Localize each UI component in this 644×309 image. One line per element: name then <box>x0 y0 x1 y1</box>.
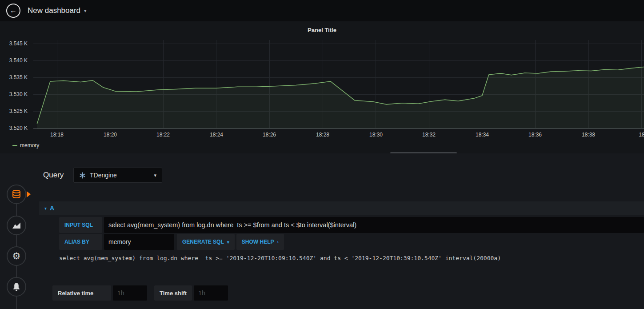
time-shift-label: Time shift <box>154 285 192 301</box>
x-tick-label: 18:36 <box>522 132 548 138</box>
relative-time-input[interactable] <box>113 285 147 301</box>
generate-sql-label: GENERATE SQL <box>182 239 224 245</box>
query-row-header[interactable]: ▾ A <box>39 201 644 215</box>
alias-by-row: ALIAS BY GENERATE SQL ▾ SHOW HELP › <box>59 234 644 250</box>
chevron-down-icon: ▾ <box>154 173 156 178</box>
y-tick-label: 3.535 K <box>1 74 28 81</box>
y-axis: 3.545 K3.540 K3.535 K3.530 K3.525 K3.520… <box>0 40 28 129</box>
dashboard-title-dropdown[interactable]: New dashboard ▾ <box>28 6 87 15</box>
gear-icon: ⚙ <box>12 252 21 261</box>
show-help-label: SHOW HELP <box>242 239 274 245</box>
tab-queries[interactable] <box>7 185 26 204</box>
y-tick-label: 3.540 K <box>1 57 28 64</box>
legend-series-label: memory <box>20 142 39 148</box>
x-tick-label: 18:20 <box>97 132 124 138</box>
query-section-title: Query <box>43 169 64 182</box>
y-tick-label: 3.545 K <box>1 40 28 47</box>
relative-time-label: Relative time <box>52 285 111 301</box>
x-tick-label: 18:32 <box>416 132 442 138</box>
chevron-down-icon: ▾ <box>84 8 87 14</box>
top-nav: ← New dashboard ▾ <box>0 0 644 21</box>
datasource-picker[interactable]: TDengine ▾ <box>73 168 162 183</box>
graph-panel: Panel Title 3.545 K3.540 K3.535 K3.530 K… <box>0 21 644 153</box>
legend[interactable]: memory <box>12 142 39 148</box>
show-help-button[interactable]: SHOW HELP › <box>236 234 284 250</box>
x-tick-label: 18:24 <box>203 132 230 138</box>
chevron-down-icon: ▾ <box>227 240 229 245</box>
tab-alert[interactable] <box>7 277 26 297</box>
spacer <box>149 285 152 301</box>
tab-general[interactable]: ⚙ <box>7 246 26 266</box>
input-sql-field[interactable] <box>104 217 644 233</box>
chart-svg <box>33 40 644 129</box>
y-tick-label: 3.520 K <box>1 124 28 132</box>
time-shift-input[interactable] <box>194 285 228 301</box>
y-tick-label: 3.525 K <box>1 108 28 115</box>
alias-by-label: ALIAS BY <box>59 234 102 250</box>
chart-area <box>33 40 644 129</box>
x-tick-label: 18:34 <box>469 132 496 138</box>
legend-series-color <box>12 145 17 146</box>
x-tick-label: 18:18 <box>44 132 70 138</box>
x-tick-label: 18:30 <box>363 132 389 138</box>
query-options-row: Relative time Time shift <box>52 285 228 301</box>
input-sql-row: INPUT SQL <box>59 217 644 233</box>
generate-sql-button[interactable]: GENERATE SQL ▾ <box>177 234 235 250</box>
tdengine-logo-icon <box>79 172 86 179</box>
panel-editor: ⚙ Query TDengine ▾ ▾ A INPUT SQL ALIAS B… <box>0 153 644 309</box>
back-arrow-icon: ← <box>10 7 17 15</box>
input-sql-label: INPUT SQL <box>59 217 102 233</box>
chevron-right-icon: › <box>277 240 279 245</box>
y-tick-label: 3.530 K <box>1 91 28 98</box>
x-axis: 18:1818:2018:2218:2418:2618:2818:3018:32… <box>33 132 644 139</box>
bell-icon <box>12 282 21 292</box>
back-button[interactable]: ← <box>6 4 20 18</box>
active-tab-arrow-icon <box>27 191 31 197</box>
generated-sql-preview: select avg(mem_system) from log.dn where… <box>59 255 635 262</box>
graph-icon <box>12 221 21 230</box>
panel-title: Panel Title <box>0 27 644 33</box>
x-tick-label: 18:22 <box>150 132 176 138</box>
datasource-name: TDengine <box>90 172 117 179</box>
x-tick-label: 18 <box>628 132 644 138</box>
collapse-caret-icon: ▾ <box>44 206 47 211</box>
tab-visualization[interactable] <box>7 216 26 235</box>
x-tick-label: 18:38 <box>575 132 602 138</box>
query-ref-id: A <box>50 205 54 212</box>
x-tick-label: 18:26 <box>256 132 283 138</box>
dashboard-title: New dashboard <box>28 6 80 15</box>
alias-by-field[interactable] <box>104 234 174 250</box>
x-tick-label: 18:28 <box>309 132 336 138</box>
database-icon <box>12 189 21 199</box>
